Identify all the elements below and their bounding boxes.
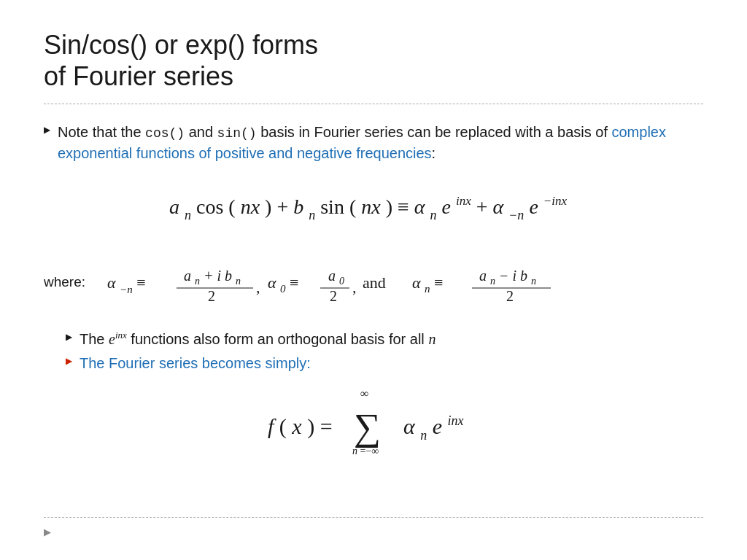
main-formula: a n cos ( nx ) + b n sin ( nx ) <box>44 180 703 238</box>
n-variable: n <box>428 331 436 347</box>
svg-text:a
          n
           − i
 : a n − i b n <box>479 268 536 287</box>
final-formula: f ( x ) = ∑ ∞ n <box>66 381 703 462</box>
svg-text:∞: ∞ <box>360 387 368 400</box>
sin-function: sin() <box>217 126 257 141</box>
svg-text:2: 2 <box>506 288 514 304</box>
cos-function: cos() <box>145 126 185 141</box>
svg-text:2: 2 <box>330 288 337 304</box>
text-and: and <box>185 124 217 140</box>
text-functions: functions also form an orthogonal basis … <box>127 331 429 347</box>
text-basis-replaced: basis in Fourier series can be replaced … <box>257 124 612 140</box>
text-the: The <box>80 331 109 347</box>
footer-arrow: ▶ <box>44 526 51 537</box>
bullet-arrow-1: ▶ <box>44 125 50 136</box>
svg-text:α
          0
           ≡: α 0 ≡ <box>268 273 298 296</box>
bottom-divider <box>44 517 703 518</box>
where-formula-svg: α −n ≡ a n + i b n 2 <box>107 256 662 308</box>
svg-text:a
          n
          
     : a n cos ( nx ) + b n sin ( nx ) <box>169 187 568 224</box>
where-row: where: α −n ≡ a n + i b n <box>44 256 703 308</box>
sub-bullet-arrow-2: ▶ <box>66 356 72 367</box>
main-formula-svg: a n cos ( nx ) + b n sin ( nx ) <box>147 180 600 238</box>
svg-text:n
            =−∞: n =−∞ <box>352 446 379 456</box>
top-divider <box>44 104 703 104</box>
final-formula-svg: f ( x ) = ∑ ∞ n <box>260 381 508 462</box>
svg-text:a
          n
           + i
 : a n + i b n <box>184 268 241 287</box>
einx-expression: einx <box>109 331 127 347</box>
svg-text:α
            n
            e
: α n e inx <box>403 413 464 444</box>
slide-title: Sin/cos() or exp() forms of Fourier seri… <box>44 29 703 92</box>
sub-bullet-1-text: The einx functions also form an orthogon… <box>80 329 436 350</box>
title-line1: Sin/cos() or exp() forms <box>44 30 318 60</box>
text-colon: : <box>432 145 436 161</box>
sub-bullet-2-text: The Fourier series becomes simply: <box>80 353 311 374</box>
title-line2: of Fourier series <box>44 61 233 91</box>
text-note-that: Note that the <box>58 124 145 140</box>
sub-bullet-arrow-1: ▶ <box>66 332 72 343</box>
svg-text:,: , <box>256 278 260 296</box>
sub-bullet-1: ▶ The einx functions also form an orthog… <box>66 329 703 350</box>
svg-text:,: , <box>352 278 357 296</box>
svg-text:f
             (
            x: f ( x ) = <box>268 414 333 439</box>
svg-text:∑: ∑ <box>354 406 381 448</box>
svg-text:and: and <box>363 273 386 292</box>
where-label: where: <box>44 274 85 290</box>
svg-text:a
          0: a 0 <box>328 268 344 287</box>
footer: ▶ <box>44 525 703 538</box>
sub-bullets: ▶ The einx functions also form an orthog… <box>66 329 703 469</box>
sub-bullet-2: ▶ The Fourier series becomes simply: <box>66 353 703 374</box>
main-bullet: ▶ Note that the cos() and sin() basis in… <box>44 122 703 164</box>
content-area: ▶ Note that the cos() and sin() basis in… <box>44 122 703 517</box>
svg-text:α
          n
           ≡: α n ≡ <box>412 273 443 296</box>
svg-text:2: 2 <box>208 288 215 304</box>
main-bullet-text: Note that the cos() and sin() basis in F… <box>58 122 703 164</box>
svg-text:α
          −n
          
    : α −n ≡ <box>107 273 146 297</box>
